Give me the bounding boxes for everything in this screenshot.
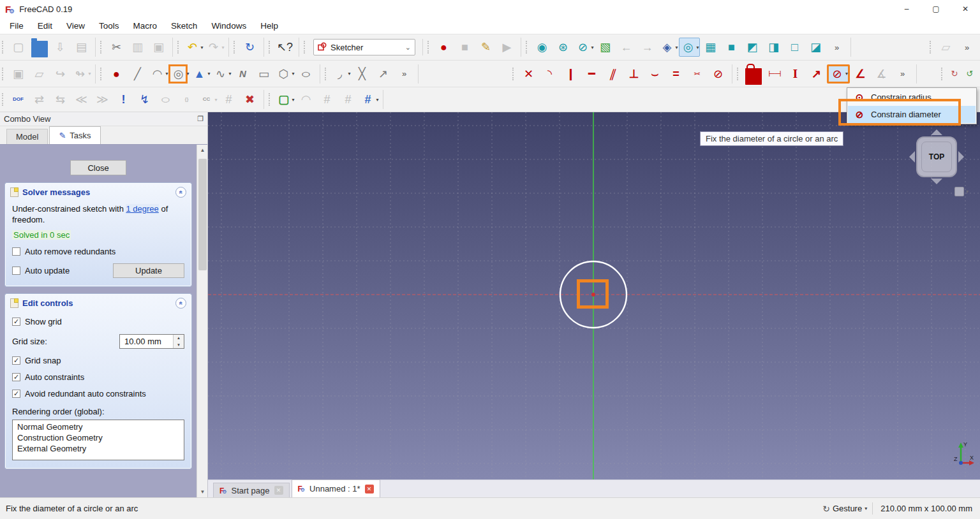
task-close-button[interactable]: Close xyxy=(70,160,126,175)
select-redundant-constraints-button[interactable]: ↯ xyxy=(134,90,155,109)
refresh-button[interactable]: ↻ xyxy=(239,38,260,57)
extend-edge-button[interactable]: ↗ xyxy=(373,64,394,84)
sync-view-button[interactable]: ◎▾ xyxy=(679,38,700,57)
collapse-section-button[interactable]: « xyxy=(175,187,186,198)
constrain-angle-button[interactable]: ∠ xyxy=(850,64,871,84)
tab-close-icon[interactable]: ✕ xyxy=(274,486,283,495)
list-item[interactable]: Normal Geometry xyxy=(13,421,184,432)
sketch-viewport[interactable]: Fix the diameter of a circle or an arc T… xyxy=(208,112,980,479)
menu-windows[interactable]: Windows xyxy=(204,18,253,34)
constrain-distance-button[interactable]: ↗ xyxy=(806,64,827,84)
constrain-tangent-button[interactable]: ⌣ xyxy=(644,64,665,84)
create-fillet-button[interactable]: ◞▾ xyxy=(330,64,352,84)
auto-constraints-checkbox[interactable]: ✓ xyxy=(12,373,20,381)
create-polygon-button[interactable]: ⬡▾ xyxy=(274,64,295,84)
update-button[interactable]: Update xyxy=(113,263,184,278)
menu-item-constrain-radius[interactable]: ⊙Constrain radius xyxy=(848,89,976,106)
bottom-view-button[interactable]: ◪ xyxy=(805,38,826,57)
draw-style-button[interactable]: ⊘▾ xyxy=(574,38,595,57)
constrain-point-on-object-button[interactable]: ◝ xyxy=(539,64,560,84)
right-view-button[interactable]: ◨ xyxy=(763,38,784,57)
constrain-vertical-distance-button[interactable]: I xyxy=(785,64,806,84)
document-tab-unnamed-1-[interactable]: F⚙Unnamed : 1*✕ xyxy=(292,479,380,497)
modify-overflow-button[interactable]: » xyxy=(394,64,415,84)
grid-size-spinbox[interactable]: 10.00 mm ▲ ▼ xyxy=(119,334,184,349)
undo-button[interactable]: ↶▾ xyxy=(183,38,204,57)
macros-dialog-button[interactable]: ✎ xyxy=(475,38,496,57)
top-view-button[interactable]: ◩ xyxy=(742,38,763,57)
create-point-button[interactable]: ● xyxy=(106,64,127,84)
navigation-cube[interactable]: TOP ▾ xyxy=(907,128,966,186)
create-rectangle-button[interactable]: ▭ xyxy=(253,64,274,84)
navcube-up-arrow-icon[interactable] xyxy=(931,124,942,135)
constrain-block-button[interactable]: ⊘ xyxy=(708,64,729,84)
list-item[interactable]: Construction Geometry xyxy=(13,432,184,443)
front-view-button[interactable]: ■ xyxy=(721,38,742,57)
show-bspline-control-polygon-button[interactable]: ▢▾ xyxy=(274,90,295,109)
menu-view[interactable]: View xyxy=(59,18,92,34)
tab-tasks[interactable]: ✎ Tasks xyxy=(49,126,100,144)
spin-down-button[interactable]: ▼ xyxy=(174,342,184,349)
delete-all-constraints-button[interactable]: ✖ xyxy=(239,90,260,109)
constrain-coincident-button[interactable]: ✕ xyxy=(518,64,539,84)
fit-all-button[interactable]: ◉ xyxy=(531,38,553,57)
navcube-left-arrow-icon[interactable] xyxy=(903,151,915,163)
menu-help[interactable]: Help xyxy=(253,18,285,34)
navcube-right-arrow-icon[interactable] xyxy=(958,151,970,163)
menu-tools[interactable]: Tools xyxy=(92,18,126,34)
isometric-view-button[interactable]: ◈▾ xyxy=(658,38,679,57)
cut-button[interactable]: ✂ xyxy=(106,38,127,57)
constrain-parallel-button[interactable]: ∥ xyxy=(602,64,623,84)
sketcher-view-overflow-button[interactable]: » xyxy=(956,38,977,57)
select-conflicting-constraints-button[interactable]: ! xyxy=(113,90,134,109)
menu-macro[interactable]: Macro xyxy=(126,18,165,34)
spin-up-button[interactable]: ▲ xyxy=(174,335,184,342)
grid-snap-checkbox[interactable]: ✓ xyxy=(12,356,20,365)
constrain-perpendicular-button[interactable]: ⊥ xyxy=(623,64,644,84)
navcube-mini-cube-icon[interactable] xyxy=(954,187,964,196)
create-polyline-button[interactable]: N xyxy=(232,64,253,84)
menu-item-constrain-diameter[interactable]: ⊘Constrain diameter xyxy=(848,106,976,123)
constrain-radius-diameter-button[interactable]: ⊘▾ xyxy=(827,64,850,84)
constrain-horizontal-button[interactable]: ━ xyxy=(581,64,602,84)
create-line-button[interactable]: ╱ xyxy=(127,64,148,84)
create-bspline-button[interactable]: ∿▾ xyxy=(211,64,232,84)
show-grid-checkbox[interactable]: ✓ xyxy=(12,318,20,326)
select-unconstrained-dof-button[interactable]: DOF xyxy=(8,90,29,109)
tab-model[interactable]: Model xyxy=(6,129,48,144)
tab-close-icon[interactable]: ✕ xyxy=(365,485,374,493)
menu-file[interactable]: File xyxy=(3,18,31,34)
degrees-of-freedom-link[interactable]: 1 degree xyxy=(126,204,158,214)
scroll-up-icon[interactable]: ▲ xyxy=(197,145,207,156)
view-overflow-button[interactable]: » xyxy=(826,38,847,57)
constrain-vertical-button[interactable]: ❙ xyxy=(560,64,581,84)
maximize-button[interactable]: ▢ xyxy=(921,0,951,18)
navcube-top-face[interactable]: TOP xyxy=(916,136,957,177)
trim-edge-button[interactable]: ╳ xyxy=(352,64,373,84)
auto-remove-redundants-checkbox[interactable] xyxy=(12,247,20,256)
constraints-overflow-button[interactable]: » xyxy=(892,64,913,84)
auto-update-checkbox[interactable] xyxy=(12,267,20,275)
constrain-horizontal-distance-button[interactable]: ⊢⊣ xyxy=(764,64,785,84)
menu-sketch[interactable]: Sketch xyxy=(164,18,204,34)
axonometric-view-button[interactable]: ▦ xyxy=(700,38,721,57)
activate-deactivate-constraint-button[interactable]: ↺ xyxy=(962,64,977,84)
tasks-scrollbar[interactable]: ▲ ▼ xyxy=(197,145,207,497)
constrain-equal-button[interactable]: = xyxy=(665,64,687,84)
modify-knot-multiplicity-button[interactable]: #▾ xyxy=(359,90,380,109)
toggle-driving-constraint-button[interactable]: ↻ xyxy=(947,64,962,84)
navigation-style-selector[interactable]: ↻ Gesture ▾ xyxy=(817,504,872,514)
constrain-symmetric-button[interactable]: >< xyxy=(687,64,708,84)
create-arc-button[interactable]: ◠▾ xyxy=(148,64,169,84)
fit-selection-button[interactable]: ⊛ xyxy=(553,38,574,57)
scrollbar-thumb[interactable] xyxy=(198,159,207,270)
menu-edit[interactable]: Edit xyxy=(31,18,59,34)
close-button[interactable]: ✕ xyxy=(951,0,980,18)
navcube-down-arrow-icon[interactable] xyxy=(931,179,942,190)
box-element-selection-button[interactable]: ▧ xyxy=(595,38,616,57)
rear-view-button[interactable]: □ xyxy=(784,38,805,57)
macro-record-button[interactable]: ● xyxy=(433,38,454,57)
minimize-button[interactable]: – xyxy=(892,0,921,18)
open-document-button[interactable] xyxy=(29,38,50,57)
create-circle-button[interactable]: ◎▾ xyxy=(169,64,190,84)
